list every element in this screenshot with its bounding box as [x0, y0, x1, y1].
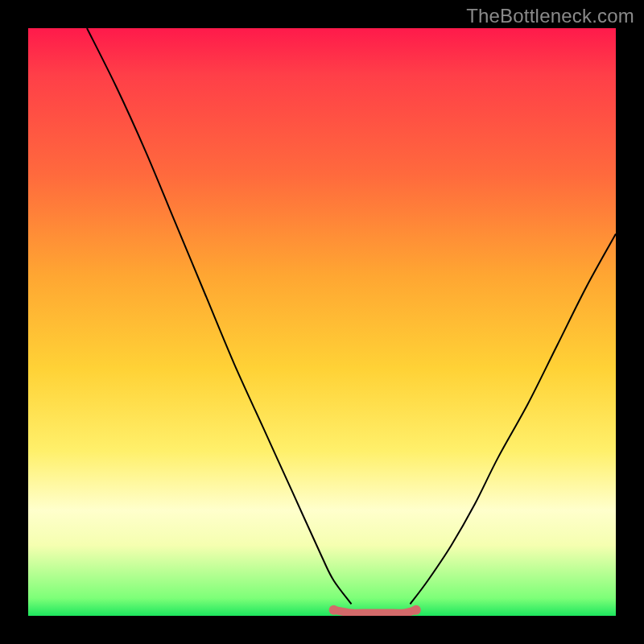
chart-frame: TheBottleneck.com [0, 0, 644, 644]
svg-point-0 [329, 605, 339, 615]
plot-area [28, 28, 616, 616]
right-branch-line [411, 234, 617, 605]
svg-point-1 [411, 605, 421, 615]
bottom-band [329, 605, 421, 615]
chart-svg [28, 28, 616, 616]
watermark-text: TheBottleneck.com [466, 5, 634, 27]
left-branch-line [87, 28, 352, 604]
